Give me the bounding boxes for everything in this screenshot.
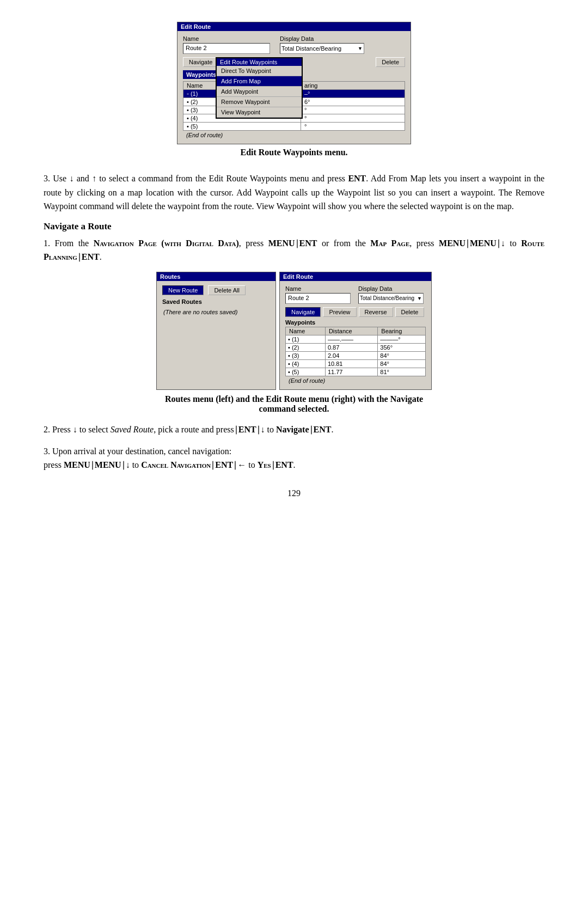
top-caption: Edit Route Waypoints menu.: [240, 148, 347, 157]
ent-bold-4: ENT: [215, 460, 233, 469]
dual-caption: Routes menu (left) and the Edit Route me…: [44, 394, 544, 414]
popup-view-waypoint[interactable]: View Waypoint: [217, 107, 302, 118]
table-row-2[interactable]: • (2) 0.87 356°: [286, 343, 426, 351]
paragraph-4: 3. Upon arrival at your destination, can…: [44, 444, 544, 472]
waypoints-label-2: Waypoints: [285, 319, 426, 326]
preview-button[interactable]: Preview: [323, 307, 356, 317]
row-name-2: • (2): [286, 343, 326, 351]
row-bearing-2: 84°: [378, 359, 426, 368]
form-row-name-display: Name Route 2 Display Data Total Distance…: [183, 35, 405, 54]
popup-add-waypoint[interactable]: Add Waypoint: [217, 87, 302, 97]
display-data-value-2: Total Distance/Bearing: [360, 295, 414, 301]
row-name: • (5): [183, 123, 301, 131]
ent-bold-3: ENT: [314, 425, 332, 434]
ent-ref2: ENT: [82, 252, 100, 261]
row-bearing-2: 84°: [378, 351, 426, 359]
menu-ref2: MENU: [439, 239, 465, 248]
name-input[interactable]: Route 2: [183, 43, 270, 54]
menu-bold-2: MENU: [95, 460, 121, 469]
row-bearing-2: 81°: [378, 368, 426, 376]
routes-btn-row: New Route Delete All: [162, 285, 270, 295]
name-input-2[interactable]: Route 2: [285, 293, 351, 304]
name-label-2: Name: [285, 285, 351, 292]
popup-remove-waypoint[interactable]: Remove Waypoint: [217, 97, 302, 107]
routes-titlebar: Routes: [157, 272, 275, 281]
edit-route-titlebar-2: Edit Route: [280, 272, 431, 281]
table-row-2[interactable]: • (3) 2.04 84°: [286, 351, 426, 359]
popup-title: Edit Route Waypoints: [217, 58, 302, 66]
saved-routes-label: Saved Routes: [162, 298, 270, 305]
routes-spacer: [162, 317, 270, 361]
end-of-route-2: (End of route): [285, 376, 426, 385]
navigate-bold: Navigate: [276, 425, 309, 434]
map-page-ref: Map Page: [370, 239, 409, 248]
nav-delete-btn-row: Navigate Edit Route Waypoints Direct To …: [183, 57, 405, 67]
row-bearing: °: [301, 106, 405, 114]
delete-all-button[interactable]: Delete All: [208, 285, 245, 295]
table-row-2[interactable]: • (4) 10.81 84°: [286, 359, 426, 368]
navigate-button-2[interactable]: Navigate: [285, 307, 321, 317]
top-screenshot-wrapper: Edit Route Name Route 2 Display Data Tot…: [177, 22, 411, 166]
ent-ref1: ENT: [299, 239, 317, 248]
saved-route-italic: Saved Route: [111, 425, 154, 434]
section-heading-navigate-route: Navigate a Route: [44, 221, 544, 232]
paragraph-1: 3. Use ↓ and ↑ to select a command from …: [44, 172, 544, 213]
select-arrow-icon: ▼: [358, 46, 363, 51]
top-screenshot-container: Edit Route Name Route 2 Display Data Tot…: [44, 22, 544, 166]
col-bearing-header-2: Bearing: [378, 327, 426, 335]
name-group-2: Name Route 2: [285, 285, 351, 304]
display-data-select-2[interactable]: Total Distance/Bearing ▼: [358, 293, 424, 304]
delete-button-top[interactable]: Delete: [376, 57, 405, 67]
edit-route-waypoints-popup: Edit Route Waypoints Direct To Waypoint …: [216, 57, 303, 119]
table-row[interactable]: • (5) °: [183, 123, 405, 131]
paragraph-2: 1. From the Navigation Page (with Digita…: [44, 236, 544, 264]
row-distance: 0.87: [325, 343, 377, 351]
waypoints-label: Waypoints: [183, 70, 219, 79]
reverse-button[interactable]: Reverse: [359, 307, 393, 317]
yes-ref: Yes: [258, 460, 271, 469]
row-bearing: –°: [301, 90, 405, 98]
popup-direct-to-waypoint[interactable]: Direct To Waypoint: [217, 66, 302, 76]
dual-caption-line1: Routes menu (left) and the Edit Route me…: [165, 394, 423, 404]
nav-btn-row: Navigate Preview Reverse Delete: [285, 307, 426, 317]
display-data-select[interactable]: Total Distance/Bearing ▼: [280, 43, 364, 54]
edit-route-window-2: Edit Route Name Route 2 Display Data Tot…: [279, 272, 432, 390]
display-data-value: Total Distance/Bearing: [281, 45, 341, 52]
ent-bold-5: ENT: [275, 460, 293, 469]
delete-button-2[interactable]: Delete: [395, 307, 425, 317]
edit-route-titlebar: Edit Route: [177, 22, 411, 31]
paragraph-3: 2. Press ↓ to select Saved Route, pick a…: [44, 423, 544, 437]
dual-caption-line2: command selected.: [259, 404, 329, 413]
name-label: Name: [183, 35, 270, 42]
menu-ref1: MENU: [268, 239, 295, 248]
no-routes-text: (There are no routes saved): [162, 307, 270, 317]
page-number: 129: [44, 488, 544, 498]
routes-window: Routes New Route Delete All Saved Routes…: [156, 272, 276, 390]
navigate-button[interactable]: Navigate: [183, 57, 218, 67]
new-route-button[interactable]: New Route: [162, 285, 204, 295]
display-data-label-2: Display Data: [358, 285, 424, 292]
table-row-2[interactable]: • (1) ——.—— ———°: [286, 335, 426, 343]
popup-add-from-map[interactable]: Add From Map: [217, 76, 302, 87]
row-distance: ——.——: [325, 335, 377, 343]
dual-screenshot-container: Routes New Route Delete All Saved Routes…: [44, 272, 544, 390]
waypoints-popup-container: Navigate Edit Route Waypoints Direct To …: [183, 57, 405, 139]
form-row-2: Name Route 2 Display Data Total Distance…: [285, 285, 426, 304]
row-name-2: • (3): [286, 351, 326, 359]
end-of-route: (End of route): [183, 131, 405, 139]
cancel-nav-ref: Cancel Navigation: [141, 460, 211, 469]
edit-route-body: Name Route 2 Display Data Total Distance…: [177, 31, 411, 144]
row-bearing-2: 356°: [378, 343, 426, 351]
row-name-2: • (5): [286, 368, 326, 376]
ent-bold: ENT: [348, 174, 366, 183]
routes-body: New Route Delete All Saved Routes (There…: [157, 281, 275, 365]
row-name-2: • (4): [286, 359, 326, 368]
row-distance: 11.77: [325, 368, 377, 376]
col-name-header-2: Name: [286, 327, 326, 335]
menu-ref3: MENU: [470, 239, 497, 248]
waypoints-table-2: Name Distance Bearing • (1) ——.—— ———° •…: [285, 327, 426, 376]
display-data-group: Display Data Total Distance/Bearing ▼: [280, 35, 364, 54]
row-bearing-2: ———°: [378, 335, 426, 343]
col-distance-header: Distance: [325, 327, 377, 335]
table-row-2[interactable]: • (5) 11.77 81°: [286, 368, 426, 376]
